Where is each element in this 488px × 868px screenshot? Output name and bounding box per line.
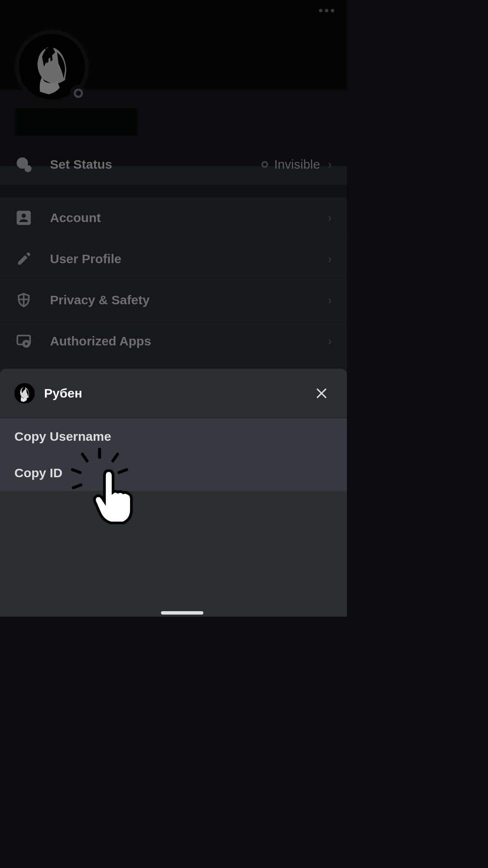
pencil-icon [15,250,32,267]
set-status-label: Set Status [50,157,261,172]
user-action-sheet: Рубен Copy Username Copy ID [0,369,347,617]
status-icon [15,156,32,173]
privacy-safety-row[interactable]: Privacy & Safety › [0,280,347,321]
chevron-right-icon: › [328,158,332,171]
invisible-ring-icon [261,161,268,168]
svg-point-4 [22,214,26,218]
sheet-username: Рубен [44,386,311,401]
more-options-button[interactable] [315,5,338,17]
chevron-right-icon: › [328,293,332,307]
profile-header [0,21,347,144]
authorized-apps-label: Authorized Apps [50,334,320,348]
user-profile-row[interactable]: User Profile › [0,239,347,280]
set-status-row[interactable]: Set Status Invisible › [0,144,347,185]
sheet-drag-handle[interactable] [161,611,203,615]
sheet-header: Рубен [0,369,347,418]
account-row[interactable]: Account › [0,198,347,239]
copy-id-action[interactable]: Copy ID [0,455,347,491]
sheet-avatar [14,383,35,403]
chevron-right-icon: › [328,252,332,266]
user-profile-label: User Profile [50,252,320,266]
account-box-icon [15,209,32,226]
top-bar [0,0,347,21]
account-label: Account [50,211,320,225]
username-display[interactable] [15,108,138,136]
close-button[interactable] [311,382,333,404]
copy-username-action[interactable]: Copy Username [0,418,347,455]
chevron-right-icon: › [328,211,332,225]
avatar-container[interactable] [15,30,89,104]
svg-point-2 [25,165,32,172]
auth-apps-icon [15,333,32,350]
status-value: Invisible [261,157,320,172]
chevron-right-icon: › [328,334,332,348]
shield-icon [15,292,32,309]
privacy-label: Privacy & Safety [50,293,320,307]
authorized-apps-row[interactable]: Authorized Apps › [0,321,347,362]
status-indicator-icon [70,85,87,102]
